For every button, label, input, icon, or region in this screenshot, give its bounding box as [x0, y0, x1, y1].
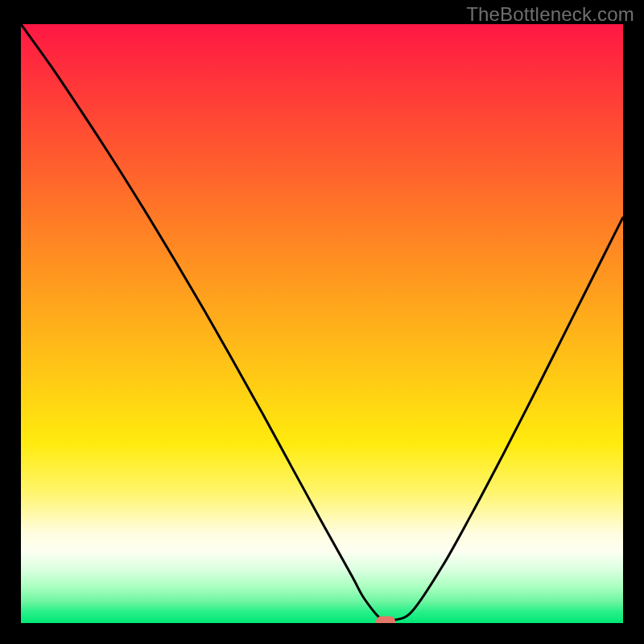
chart-frame: TheBottleneck.com	[0, 0, 644, 644]
curve-path	[21, 24, 623, 622]
plot-area	[21, 24, 623, 623]
optimal-point-marker	[376, 616, 395, 623]
watermark-label: TheBottleneck.com	[466, 3, 634, 26]
bottleneck-curve	[21, 24, 623, 623]
